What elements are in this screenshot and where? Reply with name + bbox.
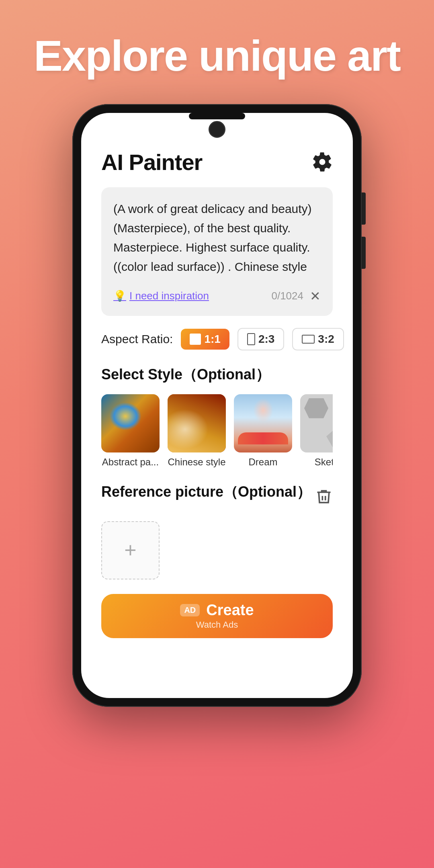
- delete-reference-icon[interactable]: [315, 488, 333, 506]
- clear-prompt-button[interactable]: ✕: [310, 289, 321, 304]
- char-count: 0/1024: [271, 290, 303, 302]
- style-thumb-abstract: [101, 394, 160, 452]
- phone-screen: AI Painter (A work of great delicacy and…: [81, 113, 353, 698]
- style-thumb-chinese: [168, 394, 226, 452]
- create-button[interactable]: AD Create Watch Ads: [101, 594, 333, 638]
- create-button-label: Create: [206, 602, 254, 619]
- volume-up-button: [362, 192, 366, 225]
- style-section: Select Style（Optional） Abstract pa... Ch…: [101, 365, 333, 468]
- style-thumb-sketch: [300, 394, 333, 452]
- ratio-3-2-button[interactable]: 3:2: [292, 328, 344, 350]
- bulb-icon: 💡: [113, 290, 126, 302]
- style-item-abstract[interactable]: Abstract pa...: [101, 394, 160, 468]
- style-thumb-dream: [234, 394, 292, 452]
- style-item-sketch[interactable]: Sketch: [300, 394, 333, 468]
- aspect-ratio-label: Aspect Ratio:: [101, 332, 173, 346]
- volume-down-button: [362, 237, 366, 269]
- prompt-footer: 💡 I need inspiration 0/1024 ✕: [113, 289, 321, 304]
- app-title: AI Painter: [101, 149, 202, 175]
- style-item-dream[interactable]: Dream: [234, 394, 292, 468]
- style-label-sketch: Sketch: [315, 457, 333, 468]
- ratio-2-3-button[interactable]: 2:3: [237, 328, 284, 350]
- square-ratio-icon: [190, 334, 201, 345]
- landscape-ratio-icon: [302, 335, 315, 344]
- ratio-1-1-button[interactable]: 1:1: [181, 329, 229, 350]
- reference-section: Reference picture（Optional） +: [101, 482, 333, 579]
- portrait-ratio-icon: [247, 333, 255, 345]
- style-list: Abstract pa... Chinese style Dream: [101, 394, 333, 468]
- settings-icon[interactable]: [312, 151, 333, 172]
- ad-badge: AD: [180, 604, 200, 616]
- style-label-abstract: Abstract pa...: [102, 457, 159, 468]
- style-label-dream: Dream: [248, 457, 277, 468]
- upload-reference-button[interactable]: +: [101, 521, 160, 579]
- style-item-chinese[interactable]: Chinese style: [168, 394, 226, 468]
- prompt-text: (A work of great delicacy and beauty) (M…: [113, 199, 321, 276]
- aspect-ratio-section: Aspect Ratio: 1:1 2:3 3:2 📱: [101, 328, 333, 350]
- hero-title: Explore unique art: [34, 32, 400, 80]
- prompt-meta: 0/1024 ✕: [271, 289, 321, 304]
- app-header: AI Painter: [101, 149, 333, 175]
- prompt-box[interactable]: (A work of great delicacy and beauty) (M…: [101, 187, 333, 316]
- upload-plus-icon: +: [124, 540, 136, 561]
- inspiration-link[interactable]: 💡 I need inspiration: [113, 290, 209, 302]
- reference-header: Reference picture（Optional）: [101, 482, 333, 512]
- create-button-content: AD Create: [180, 602, 254, 619]
- phone-mockup: AI Painter (A work of great delicacy and…: [72, 104, 362, 707]
- watch-ads-label: Watch Ads: [196, 620, 238, 630]
- phone-notch: [189, 113, 245, 119]
- phone-camera: [209, 121, 225, 138]
- style-section-title: Select Style（Optional）: [101, 365, 333, 385]
- reference-section-title: Reference picture（Optional）: [101, 482, 311, 502]
- style-label-chinese: Chinese style: [168, 457, 225, 468]
- ratio-phone-button[interactable]: 📱: [352, 328, 353, 350]
